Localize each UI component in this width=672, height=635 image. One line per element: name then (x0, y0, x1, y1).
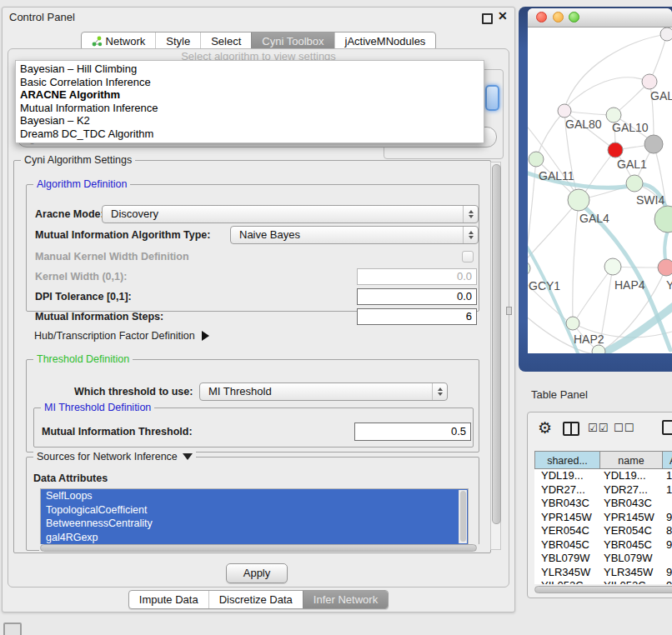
tab-style[interactable]: Style (155, 32, 200, 50)
kernel-width-label: Kernel Width (0,1): (35, 271, 127, 282)
mi-steps-field[interactable]: 6 (357, 308, 477, 325)
minimized-panel-icon[interactable] (3, 622, 22, 635)
split-pane-handle[interactable] (506, 307, 512, 315)
data-attribute-item[interactable]: gal4RGexp (41, 531, 468, 545)
table-row[interactable]: YPR145WYPR145W9. (534, 511, 672, 525)
network-canvas[interactable]: GALGAL80GAL10GAL1GAL11SWI4GAL4GCY1HAP4YH… (528, 27, 672, 353)
table-row[interactable]: YLR345WYLR345W9. (534, 566, 672, 580)
algorithm-option[interactable]: Basic Correlation Inference (16, 76, 484, 89)
table-row[interactable]: YBL079WYBL079W (534, 552, 672, 566)
zoom-button[interactable] (569, 12, 579, 22)
network-node-hap2[interactable] (566, 317, 579, 330)
focused-combobox-spinner[interactable] (485, 85, 499, 111)
settings-horizontal-scrollbar[interactable] (39, 544, 479, 552)
combo-spinner-icon (463, 206, 478, 222)
column-header-shared-name[interactable]: shared... (534, 451, 600, 469)
minimize-button[interactable] (553, 12, 564, 22)
table-cell: 8. (664, 524, 672, 538)
network-node[interactable] (592, 345, 605, 353)
network-node-swi4[interactable] (654, 206, 672, 232)
tab-jactivemnodules[interactable]: jActiveMNodules (334, 32, 436, 50)
network-node-gal1[interactable] (626, 175, 643, 192)
network-window-titlebar[interactable] (528, 8, 672, 28)
mi-algorithm-type-label: Mutual Information Algorithm Type: (35, 229, 210, 241)
network-icon (92, 36, 103, 47)
mi-algorithm-type-combobox[interactable]: Naive Bayes (230, 226, 479, 244)
algorithm-option[interactable]: Dream8 DC_TDC Algorithm (16, 128, 484, 141)
deselect-all-checks-icon[interactable]: ☐☐ (614, 422, 634, 434)
data-attribute-item[interactable]: BetweennessCentrality (41, 517, 468, 531)
data-attribute-item[interactable]: SelfLoops (41, 489, 468, 503)
table-cell: YBL079W (534, 552, 600, 566)
network-node[interactable] (644, 135, 663, 153)
network-node-y[interactable] (658, 259, 672, 276)
gear-icon[interactable]: ⚙ (538, 420, 552, 437)
select-all-checks-icon[interactable]: ☑☑ (588, 422, 609, 434)
network-node[interactable] (660, 28, 672, 41)
network-node-gal4[interactable] (568, 189, 589, 211)
combo-spinner-icon (432, 383, 447, 400)
tab-impute-data[interactable]: Impute Data (129, 591, 208, 608)
table-cell: YBR045C (534, 538, 600, 552)
tab-cyni-toolbox[interactable]: Cyni Toolbox (251, 32, 333, 50)
table-row[interactable]: YBR045CYBR045C9. (534, 538, 672, 552)
network-node-label: Y (666, 278, 672, 292)
screen: Control Panel ✕ Network Style Select (0, 0, 672, 635)
tab-infer-network[interactable]: Infer Network (303, 591, 388, 608)
network-node-gal11[interactable] (529, 152, 544, 167)
algorithm-option[interactable]: Bayesian – Hill Climbing (16, 62, 484, 76)
hub-section-toggle[interactable]: Hub/Transcription Factor Definition (34, 330, 209, 342)
network-node-label: GAL11 (539, 169, 574, 182)
mi-steps-label: Mutual Information Steps: (35, 311, 163, 322)
table-row[interactable]: YDR27...YDR27...12 (534, 483, 672, 498)
network-node-label: HAP4 (614, 278, 645, 292)
network-node-label: GAL10 (612, 121, 649, 134)
network-node-hap4[interactable] (604, 258, 621, 275)
network-node-gal80[interactable] (558, 104, 571, 118)
tab-network[interactable]: Network (82, 32, 156, 50)
float-window-icon[interactable] (482, 13, 493, 24)
column-header-name[interactable]: name (599, 451, 663, 469)
close-button[interactable] (536, 12, 547, 22)
dpi-tolerance-field[interactable]: 0.0 (357, 288, 477, 305)
aracne-mode-label: Aracne Mode: (35, 208, 104, 220)
export-table-icon[interactable] (662, 420, 672, 435)
network-node-label: GAL (650, 89, 672, 102)
settings-vertical-scrollbar[interactable] (490, 162, 501, 550)
column-header-partial[interactable]: A (662, 451, 672, 469)
algorithm-definition-group: Algorithm Definition Aracne Mode: Discov… (26, 184, 479, 312)
network-node-gal[interactable] (642, 74, 657, 89)
control-panel-window: Control Panel ✕ Network Style Select (2, 7, 515, 612)
algorithm-option[interactable]: Mutual Information Inference (16, 102, 484, 115)
close-icon[interactable]: ✕ (498, 9, 508, 22)
table-cell: YDL19... (534, 469, 600, 483)
table-row[interactable]: YBR043CYBR043C (534, 497, 672, 511)
tab-select[interactable]: Select (200, 32, 251, 50)
network-edge (573, 200, 579, 319)
apply-button[interactable]: Apply (226, 563, 288, 583)
table-horizontal-scrollbar[interactable] (534, 586, 672, 594)
table-panel: ⚙ ☑☑ ☐☐ shared... name A YDL19...YDL19..… (527, 412, 672, 598)
table-row[interactable]: YIL052CYIL052C9. (534, 579, 672, 584)
data-attribute-item[interactable]: TopologicalCoefficient (41, 503, 468, 518)
aracne-mode-combobox[interactable]: Discovery (102, 205, 479, 223)
network-node[interactable] (608, 142, 623, 158)
table-cell: YPR145W (600, 511, 664, 525)
table-cell: YIL052C (534, 579, 600, 584)
algorithm-option[interactable]: Bayesian – K2 (16, 114, 484, 128)
mi-threshold-field[interactable]: 0.5 (354, 422, 471, 441)
table-row[interactable]: YER054CYER054C8. (534, 524, 672, 538)
algorithm-option[interactable]: ARACNE Algorithm (16, 88, 484, 102)
tab-discretize-data[interactable]: Discretize Data (208, 591, 303, 608)
network-node-gcy1[interactable] (528, 261, 530, 276)
list-vertical-scrollbar[interactable] (459, 490, 467, 543)
which-threshold-combobox[interactable]: MI Threshold (199, 382, 448, 401)
kernel-width-field[interactable]: 0.0 (357, 268, 477, 285)
split-columns-icon[interactable] (563, 422, 579, 436)
manual-kernel-width-checkbox[interactable] (462, 251, 474, 262)
table-cell: YBR045C (600, 538, 664, 552)
table-cell: 12 (664, 483, 672, 498)
sources-group-title[interactable]: Sources for Network Inference (33, 451, 196, 462)
table-row[interactable]: YDL19...YDL19...13 (534, 469, 672, 483)
table-cell: YLR345W (534, 566, 600, 580)
